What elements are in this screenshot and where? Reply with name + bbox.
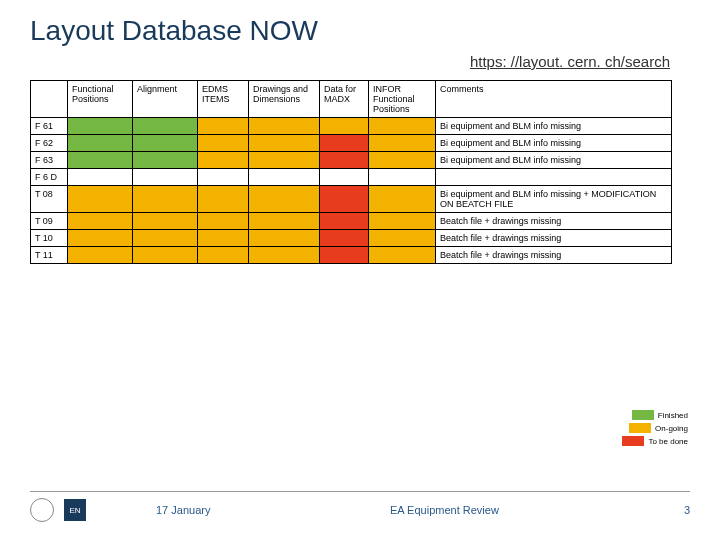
status-cell (68, 247, 133, 264)
status-cell (320, 213, 369, 230)
row-id: F 6 D (31, 169, 68, 186)
status-cell (68, 118, 133, 135)
legend-ongoing: On-going (622, 423, 688, 433)
status-cell (320, 186, 369, 213)
legend-swatch-green (632, 410, 654, 420)
status-cell (68, 213, 133, 230)
col-dw-header: Drawings and Dimensions (249, 81, 320, 118)
col-in-header: INFOR Functional Positions (369, 81, 436, 118)
status-cell (249, 247, 320, 264)
status-cell (198, 186, 249, 213)
status-cell (320, 247, 369, 264)
status-cell (249, 152, 320, 169)
row-id: F 63 (31, 152, 68, 169)
status-cell (369, 186, 436, 213)
row-comment (436, 169, 672, 186)
status-cell (68, 152, 133, 169)
col-id-header (31, 81, 68, 118)
status-cell (198, 230, 249, 247)
status-cell (249, 135, 320, 152)
status-cell (133, 213, 198, 230)
status-cell (198, 135, 249, 152)
status-cell (320, 118, 369, 135)
legend-todo-label: To be done (648, 437, 688, 446)
status-cell (249, 169, 320, 186)
row-id: T 11 (31, 247, 68, 264)
status-cell (369, 135, 436, 152)
status-cell (198, 247, 249, 264)
row-id: T 08 (31, 186, 68, 213)
row-comment: Beatch file + drawings missing (436, 213, 672, 230)
row-comment: Bi equipment and BLM info missing (436, 118, 672, 135)
status-cell (133, 186, 198, 213)
status-cell (369, 247, 436, 264)
row-comment: Beatch file + drawings missing (436, 247, 672, 264)
footer-name: EA Equipment Review (390, 504, 499, 516)
page-title: Layout Database NOW (30, 15, 690, 47)
legend-finished-label: Finished (658, 411, 688, 420)
cern-logo-icon (30, 498, 54, 522)
status-cell (320, 135, 369, 152)
status-cell (320, 152, 369, 169)
table-row: T 10Beatch file + drawings missing (31, 230, 672, 247)
footer-page-number: 3 (684, 504, 690, 516)
en-logo-icon: EN (64, 499, 86, 521)
status-cell (249, 186, 320, 213)
status-cell (133, 118, 198, 135)
col-ed-header: EDMS ITEMS (198, 81, 249, 118)
status-cell (68, 169, 133, 186)
legend-finished: Finished (622, 410, 688, 420)
status-cell (198, 152, 249, 169)
status-cell (369, 230, 436, 247)
status-cell (369, 152, 436, 169)
table-row: T 09Beatch file + drawings missing (31, 213, 672, 230)
legend-swatch-orange (629, 423, 651, 433)
table-row: F 63Bi equipment and BLM info missing (31, 152, 672, 169)
status-table: Functional Positions Alignment EDMS ITEM… (30, 80, 672, 264)
col-cm-header: Comments (436, 81, 672, 118)
status-cell (68, 230, 133, 247)
status-cell (369, 118, 436, 135)
status-cell (198, 118, 249, 135)
status-cell (320, 230, 369, 247)
footer-date: 17 January (156, 504, 210, 516)
status-cell (198, 169, 249, 186)
status-cell (68, 135, 133, 152)
status-cell (249, 213, 320, 230)
status-cell (249, 230, 320, 247)
legend: Finished On-going To be done (622, 410, 688, 449)
table-row: F 62Bi equipment and BLM info missing (31, 135, 672, 152)
row-comment: Beatch file + drawings missing (436, 230, 672, 247)
status-cell (133, 152, 198, 169)
legend-todo: To be done (622, 436, 688, 446)
legend-ongoing-label: On-going (655, 424, 688, 433)
status-cell (133, 230, 198, 247)
table-row: T 11Beatch file + drawings missing (31, 247, 672, 264)
col-fp-header: Functional Positions (68, 81, 133, 118)
row-id: F 62 (31, 135, 68, 152)
status-cell (198, 213, 249, 230)
table-row: F 61Bi equipment and BLM info missing (31, 118, 672, 135)
footer: EN 17 January EA Equipment Review 3 (30, 491, 690, 522)
row-id: F 61 (31, 118, 68, 135)
status-cell (249, 118, 320, 135)
row-id: T 09 (31, 213, 68, 230)
status-cell (133, 169, 198, 186)
legend-swatch-red (622, 436, 644, 446)
status-cell (133, 247, 198, 264)
status-cell (68, 186, 133, 213)
col-al-header: Alignment (133, 81, 198, 118)
table-row: F 6 D (31, 169, 672, 186)
status-cell (369, 169, 436, 186)
table-header-row: Functional Positions Alignment EDMS ITEM… (31, 81, 672, 118)
row-id: T 10 (31, 230, 68, 247)
status-cell (320, 169, 369, 186)
status-cell (133, 135, 198, 152)
row-comment: Bi equipment and BLM info missing + MODI… (436, 186, 672, 213)
row-comment: Bi equipment and BLM info missing (436, 152, 672, 169)
table-row: T 08Bi equipment and BLM info missing + … (31, 186, 672, 213)
row-comment: Bi equipment and BLM info missing (436, 135, 672, 152)
col-dm-header: Data for MADX (320, 81, 369, 118)
status-cell (369, 213, 436, 230)
layout-db-link[interactable]: https: //layout. cern. ch/search (30, 53, 690, 70)
